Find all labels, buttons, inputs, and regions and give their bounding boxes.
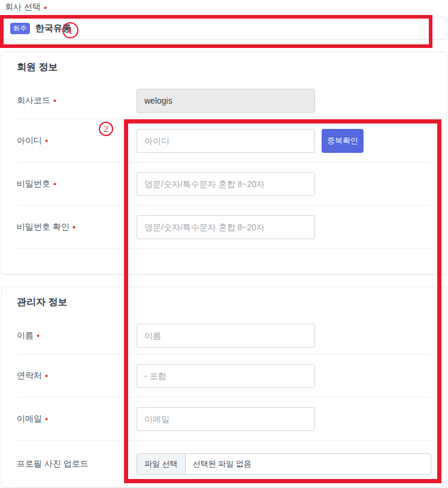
user-id-input[interactable] [137, 129, 315, 153]
required-dot: • [53, 179, 56, 188]
contact-input[interactable] [137, 364, 315, 388]
profile-upload-label: 프로필 사진 업로드 [17, 459, 137, 469]
user-id-label-text: 아이디 [17, 135, 42, 146]
contact-label: 연락처• [17, 370, 137, 381]
profile-upload-label-text: 프로필 사진 업로드 [17, 459, 89, 469]
email-row: 이메일• [17, 397, 431, 441]
required-dot: • [53, 96, 56, 105]
company-code-label: 회사코드• [17, 95, 137, 106]
profile-file-input[interactable]: 파일 선택 선택된 파일 없음 [137, 453, 431, 475]
duplicate-check-button[interactable]: 중복확인 [322, 129, 364, 153]
password-confirm-label-text: 비밀번호 확인 [17, 222, 69, 233]
password-confirm-row: 비밀번호 확인• [17, 206, 431, 249]
contact-label-text: 연락처 [17, 370, 42, 381]
member-info-section: 회원 정보 회사코드• 아이디• 중복확인 비밀번호• 비밀번호 확인• [1, 52, 447, 275]
password-label-text: 비밀번호 [17, 179, 50, 189]
required-dot: • [45, 136, 48, 145]
shipper-badge: 화주 [10, 23, 30, 34]
selected-company-card[interactable]: 화주 한국유통 [1, 17, 447, 40]
email-input[interactable] [137, 407, 315, 431]
name-input[interactable] [137, 324, 315, 348]
file-status-text: 선택된 파일 없음 [186, 459, 259, 469]
contact-row: 연락처• [17, 354, 431, 397]
email-label: 이메일• [17, 414, 137, 424]
company-code-label-text: 회사코드 [17, 95, 50, 106]
name-row: 이름• [17, 317, 431, 354]
member-info-title: 회원 정보 [17, 61, 431, 74]
required-dot: • [45, 371, 48, 380]
company-name: 한국유통 [35, 23, 71, 34]
company-select-label-text: 회사 선택 [5, 2, 41, 13]
required-dot: • [45, 414, 48, 423]
password-label: 비밀번호• [17, 179, 137, 189]
name-label-text: 이름 [17, 330, 34, 341]
password-confirm-label: 비밀번호 확인• [17, 222, 137, 233]
required-dot: • [37, 331, 40, 340]
signup-page: 회사 선택• 화주 한국유통 회원 정보 회사코드• 아이디• 중복확인 비밀번… [0, 2, 448, 488]
company-code-row: 회사코드• [17, 82, 431, 119]
company-code-input [137, 89, 315, 113]
email-label-text: 이메일 [17, 414, 42, 424]
required-dot: • [44, 3, 47, 12]
password-row: 비밀번호• [17, 162, 431, 206]
password-input[interactable] [137, 172, 315, 196]
admin-info-title: 관리자 정보 [17, 296, 431, 309]
password-confirm-input[interactable] [137, 215, 315, 239]
user-id-row: 아이디• 중복확인 [17, 119, 431, 162]
name-label: 이름• [17, 330, 137, 341]
profile-upload-row: 프로필 사진 업로드 파일 선택 선택된 파일 없음 [17, 441, 431, 487]
admin-info-section: 관리자 정보 이름• 연락처• 이메일• 프로필 사진 업로드 파일 선택 [1, 287, 447, 488]
company-select-label: 회사 선택• [5, 2, 448, 13]
file-select-button[interactable]: 파일 선택 [137, 454, 186, 474]
required-dot: • [72, 222, 75, 231]
user-id-label: 아이디• [17, 135, 137, 146]
